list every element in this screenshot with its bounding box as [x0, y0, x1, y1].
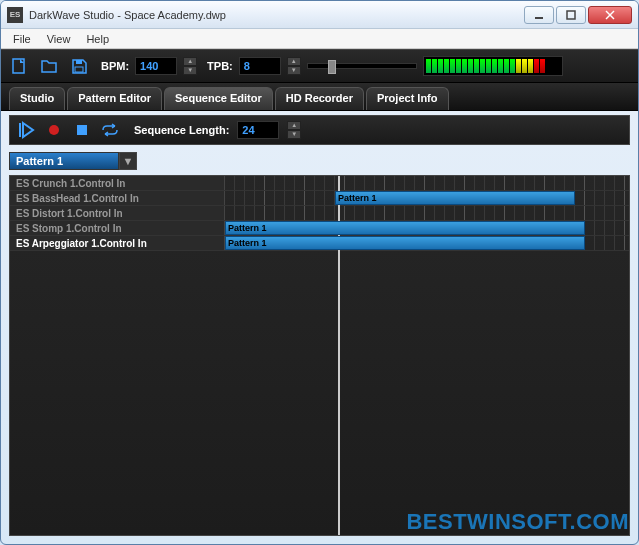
svg-line-2 — [606, 11, 614, 19]
track-row[interactable]: ES Crunch 1.Control In — [10, 176, 629, 191]
svg-point-7 — [49, 125, 59, 135]
seq-length-value[interactable]: 24 — [237, 121, 279, 139]
track-label[interactable]: ES Arpeggiator 1.Control In — [10, 236, 225, 250]
level-meter — [423, 56, 563, 76]
chevron-down-icon[interactable]: ▼ — [119, 152, 137, 170]
svg-rect-6 — [75, 67, 83, 72]
track-cells[interactable]: Pattern 1 — [225, 236, 629, 250]
main-window: ES DarkWave Studio - Space Academy.dwp F… — [0, 0, 639, 545]
svg-rect-1 — [567, 11, 575, 19]
play-icon[interactable] — [16, 120, 36, 140]
track-cells[interactable]: Pattern 1 — [225, 221, 629, 235]
track-row[interactable]: ES Distort 1.Control In — [10, 206, 629, 221]
bpm-label: BPM: — [101, 60, 129, 72]
tpb-spinner[interactable]: ▲▼ — [287, 57, 301, 75]
volume-slider[interactable] — [307, 63, 417, 69]
tabs: Studio Pattern Editor Sequence Editor HD… — [1, 83, 638, 111]
svg-rect-8 — [77, 125, 87, 135]
tab-sequence-editor[interactable]: Sequence Editor — [164, 87, 273, 110]
tab-pattern-editor[interactable]: Pattern Editor — [67, 87, 162, 110]
track-row[interactable]: ES BassHead 1.Control InPattern 1 — [10, 191, 629, 206]
window-title: DarkWave Studio - Space Academy.dwp — [29, 9, 524, 21]
bpm-value[interactable]: 140 — [135, 57, 177, 75]
main-toolbar: BPM: 140 ▲▼ TPB: 8 ▲▼ — [1, 49, 638, 83]
window-controls — [524, 6, 632, 24]
maximize-button[interactable] — [556, 6, 586, 24]
titlebar[interactable]: ES DarkWave Studio - Space Academy.dwp — [1, 1, 638, 29]
menubar: File View Help — [1, 29, 638, 49]
track-label[interactable]: ES Stomp 1.Control In — [10, 221, 225, 235]
track-row[interactable]: ES Stomp 1.Control InPattern 1 — [10, 221, 629, 236]
record-icon[interactable] — [44, 120, 64, 140]
track-label[interactable]: ES Crunch 1.Control In — [10, 176, 225, 190]
editor-toolbar: Sequence Length: 24 ▲▼ — [9, 115, 630, 145]
seq-length-label: Sequence Length: — [134, 124, 229, 136]
track-label[interactable]: ES Distort 1.Control In — [10, 206, 225, 220]
sequence-grid[interactable]: ES Crunch 1.Control InES BassHead 1.Cont… — [9, 175, 630, 536]
new-file-icon[interactable] — [7, 54, 31, 78]
minimize-button[interactable] — [524, 6, 554, 24]
loop-icon[interactable] — [100, 120, 120, 140]
tab-project-info[interactable]: Project Info — [366, 87, 449, 110]
menu-view[interactable]: View — [39, 31, 79, 47]
pattern-clip[interactable]: Pattern 1 — [225, 221, 585, 235]
svg-rect-4 — [13, 59, 24, 73]
track-row[interactable]: ES Arpeggiator 1.Control InPattern 1 — [10, 236, 629, 251]
pattern-clip[interactable]: Pattern 1 — [225, 236, 585, 250]
app-icon: ES — [7, 7, 23, 23]
slider-thumb[interactable] — [328, 60, 336, 74]
menu-file[interactable]: File — [5, 31, 39, 47]
track-cells[interactable] — [225, 176, 629, 190]
track-label[interactable]: ES BassHead 1.Control In — [10, 191, 225, 205]
stop-icon[interactable] — [72, 120, 92, 140]
tpb-value[interactable]: 8 — [239, 57, 281, 75]
watermark: BESTWINSOFT.COM — [406, 509, 629, 535]
save-icon[interactable] — [67, 54, 91, 78]
tab-studio[interactable]: Studio — [9, 87, 65, 110]
pattern-dropdown[interactable]: Pattern 1 — [9, 152, 119, 170]
close-button[interactable] — [588, 6, 632, 24]
menu-help[interactable]: Help — [78, 31, 117, 47]
track-cells[interactable]: Pattern 1 — [225, 191, 629, 205]
svg-rect-5 — [76, 60, 82, 64]
tab-hd-recorder[interactable]: HD Recorder — [275, 87, 364, 110]
tpb-label: TPB: — [207, 60, 233, 72]
track-cells[interactable] — [225, 206, 629, 220]
svg-line-3 — [606, 11, 614, 19]
bpm-spinner[interactable]: ▲▼ — [183, 57, 197, 75]
pattern-clip[interactable]: Pattern 1 — [335, 191, 575, 205]
pattern-selector-row: Pattern 1 ▼ — [9, 149, 630, 173]
open-folder-icon[interactable] — [37, 54, 61, 78]
seq-length-spinner[interactable]: ▲▼ — [287, 121, 301, 139]
